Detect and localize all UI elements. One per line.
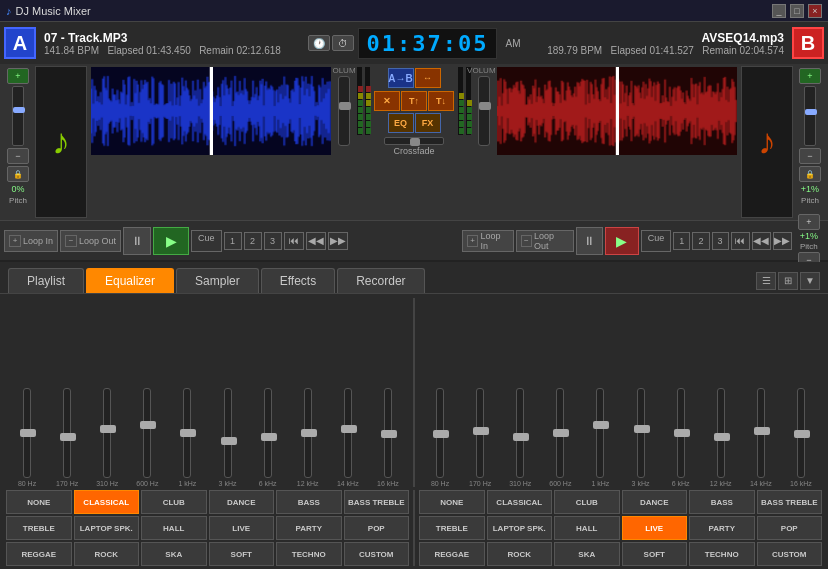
preset-btn-club[interactable]: CLUB <box>141 490 207 514</box>
minimize-btn[interactable]: _ <box>772 4 786 18</box>
eq-track-3[interactable] <box>556 388 564 478</box>
preset-btn-rock[interactable]: ROCK <box>487 542 553 566</box>
eq-thumb-6[interactable] <box>261 433 277 441</box>
eq-track-2[interactable] <box>516 388 524 478</box>
deck-b-loop-in-btn[interactable]: + Loop In <box>462 230 514 252</box>
eq-track-4[interactable] <box>183 388 191 478</box>
preset-btn-laptop-spk.[interactable]: LAPTOP SPK. <box>487 516 553 540</box>
eq-track-7[interactable] <box>717 388 725 478</box>
eq-track-8[interactable] <box>344 388 352 478</box>
preset-btn-hall[interactable]: HALL <box>554 516 620 540</box>
deck-b-cue-1[interactable]: 1 <box>673 232 690 250</box>
eq-thumb-1[interactable] <box>473 427 489 435</box>
eq-thumb-7[interactable] <box>714 433 730 441</box>
deck-a-waveform[interactable] <box>90 66 332 156</box>
preset-btn-hall[interactable]: HALL <box>141 516 207 540</box>
preset-btn-custom[interactable]: CUSTOM <box>344 542 410 566</box>
preset-btn-techno[interactable]: TECHNO <box>276 542 342 566</box>
eq-track-6[interactable] <box>677 388 685 478</box>
preset-btn-dance[interactable]: DANCE <box>622 490 688 514</box>
deck-b-prev2-btn[interactable]: ◀◀ <box>752 232 771 250</box>
preset-btn-treble[interactable]: TREBLE <box>6 516 72 540</box>
tab-recorder[interactable]: Recorder <box>337 268 424 293</box>
preset-btn-none[interactable]: NONE <box>6 490 72 514</box>
deck-a-prev-btn[interactable]: ⏮ <box>284 232 304 250</box>
deck-b-pitch-slider[interactable] <box>804 86 816 146</box>
preset-btn-classical[interactable]: CLASSICAL <box>74 490 140 514</box>
clock-btn-2[interactable]: ⏱ <box>332 35 354 51</box>
tab-sampler[interactable]: Sampler <box>176 268 259 293</box>
deck-a-lock-btn[interactable]: 🔒 <box>7 166 29 182</box>
deck-a-minus-btn[interactable]: − <box>7 148 29 164</box>
preset-btn-club[interactable]: CLUB <box>554 490 620 514</box>
deck-b-next-btn[interactable]: ▶▶ <box>773 232 792 250</box>
eq-thumb-9[interactable] <box>381 430 397 438</box>
eq2-btn[interactable]: FX <box>415 113 441 133</box>
deck-b-pause-btn[interactable]: ⏸ <box>576 227 603 255</box>
deck-a-next-btn[interactable]: ▶▶ <box>328 232 348 250</box>
eq-thumb-0[interactable] <box>20 429 36 437</box>
eq-track-3[interactable] <box>143 388 151 478</box>
preset-btn-rock[interactable]: ROCK <box>74 542 140 566</box>
deck-b-play-btn[interactable]: ▶ <box>605 227 639 255</box>
close-btn[interactable]: × <box>808 4 822 18</box>
sync-btn[interactable]: ↔ <box>415 68 441 88</box>
eq-thumb-4[interactable] <box>593 421 609 429</box>
deck-a-play-btn[interactable]: ▶ <box>153 227 189 255</box>
deck-a-add-btn[interactable]: + <box>7 68 29 84</box>
preset-btn-pop[interactable]: POP <box>344 516 410 540</box>
deck-b-pitch-plus-btn[interactable]: + <box>798 214 820 230</box>
clock-btn-1[interactable]: 🕐 <box>308 35 330 51</box>
preset-btn-bass[interactable]: BASS <box>276 490 342 514</box>
eq-track-8[interactable] <box>757 388 765 478</box>
eq-track-1[interactable] <box>476 388 484 478</box>
preset-btn-reggae[interactable]: REGGAE <box>6 542 72 566</box>
deck-a-prev2-btn[interactable]: ◀◀ <box>306 232 326 250</box>
eq-thumb-3[interactable] <box>553 429 569 437</box>
tab-effects[interactable]: Effects <box>261 268 335 293</box>
deck-a-vol-slider[interactable] <box>338 76 350 146</box>
t-btn[interactable]: T↑ <box>401 91 427 111</box>
preset-btn-soft[interactable]: SOFT <box>209 542 275 566</box>
deck-b-cue-3[interactable]: 3 <box>712 232 729 250</box>
preset-btn-live[interactable]: LIVE <box>209 516 275 540</box>
tdown-btn[interactable]: T↓ <box>428 91 454 111</box>
deck-b-cue-2[interactable]: 2 <box>692 232 709 250</box>
eq1-btn[interactable]: EQ <box>388 113 414 133</box>
deck-b-minus-btn[interactable]: − <box>799 148 821 164</box>
x-btn[interactable]: ✕ <box>374 91 400 111</box>
ab-btn[interactable]: A→B <box>388 68 414 88</box>
deck-b-loop-out-btn[interactable]: − Loop Out <box>516 230 574 252</box>
preset-btn-live[interactable]: LIVE <box>622 516 688 540</box>
preset-btn-classical[interactable]: CLASSICAL <box>487 490 553 514</box>
eq-thumb-2[interactable] <box>513 433 529 441</box>
deck-b-vol-slider[interactable] <box>478 76 490 146</box>
eq-thumb-9[interactable] <box>794 430 810 438</box>
eq-track-1[interactable] <box>63 388 71 478</box>
preset-btn-techno[interactable]: TECHNO <box>689 542 755 566</box>
grid-view-btn[interactable]: ⊞ <box>778 272 798 290</box>
eq-thumb-8[interactable] <box>341 425 357 433</box>
deck-a-cue-3[interactable]: 3 <box>264 232 282 250</box>
eq-thumb-3[interactable] <box>140 421 156 429</box>
list-view-btn[interactable]: ☰ <box>756 272 776 290</box>
eq-track-2[interactable] <box>103 388 111 478</box>
crossfade-slider[interactable] <box>384 137 444 145</box>
tab-equalizer[interactable]: Equalizer <box>86 268 174 293</box>
preset-btn-pop[interactable]: POP <box>757 516 823 540</box>
eq-thumb-2[interactable] <box>100 425 116 433</box>
preset-btn-ska[interactable]: SKA <box>554 542 620 566</box>
preset-btn-dance[interactable]: DANCE <box>209 490 275 514</box>
eq-thumb-6[interactable] <box>674 429 690 437</box>
preset-btn-bass-treble[interactable]: BASS TREBLE <box>344 490 410 514</box>
preset-btn-ska[interactable]: SKA <box>141 542 207 566</box>
preset-btn-party[interactable]: PARTY <box>689 516 755 540</box>
deck-a-cue-btn[interactable]: Cue <box>191 230 222 252</box>
eq-thumb-8[interactable] <box>754 427 770 435</box>
eq-track-6[interactable] <box>264 388 272 478</box>
deck-a-pitch-slider[interactable] <box>12 86 24 146</box>
maximize-btn[interactable]: □ <box>790 4 804 18</box>
eq-thumb-7[interactable] <box>301 429 317 437</box>
eq-thumb-0[interactable] <box>433 430 449 438</box>
preset-btn-laptop-spk.[interactable]: LAPTOP SPK. <box>74 516 140 540</box>
